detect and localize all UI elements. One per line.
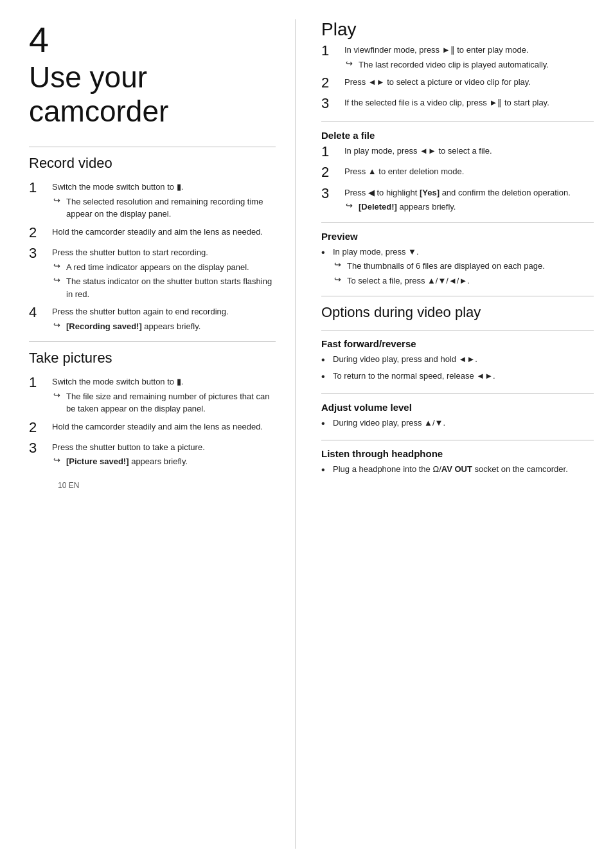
delete-arrow-3-1: ↪ [Deleted!] appears briefly. <box>346 201 594 213</box>
arrow-text-3-2: The status indicator on the shutter butt… <box>66 275 276 300</box>
take-pictures-steps: 1 Switch the mode switch button to ▮. ↪ … <box>29 375 276 468</box>
play-step-2: 2 Press ◄► to select a picture or video … <box>321 76 594 91</box>
bullet-icon: • <box>321 353 330 367</box>
preview-bullets: • In play mode, press ▼. ↪ The thumbnail… <box>321 246 594 287</box>
delete-arrow-text-3-1: [Deleted!] appears briefly. <box>359 201 456 213</box>
play-step-num-2: 2 <box>321 75 339 91</box>
arrow-icon: ↪ <box>346 201 356 210</box>
play-step-content-2: Press ◄► to select a picture or video cl… <box>344 76 594 89</box>
preview-arrow-text-1: The thumbnails of 6 files are displayed … <box>347 260 545 273</box>
delete-step-num-3: 3 <box>321 185 339 202</box>
step-content-2: Hold the camcorder steadily and aim the … <box>52 226 276 239</box>
take-arrow-1-1: ↪ The file size and remaining number of … <box>53 390 276 415</box>
take-pictures-title: Take pictures <box>29 350 276 369</box>
arrow-icon: ↪ <box>53 390 64 400</box>
step-content-3: Press the shutter button to start record… <box>52 246 276 300</box>
hp-bullet-text-1: Plug a headphone into the Ω/AV OUT socke… <box>333 463 568 476</box>
headphone-title: Listen through headphone <box>321 448 594 459</box>
take-step-num-3: 3 <box>29 440 47 457</box>
divider-volume <box>321 393 594 394</box>
arrow-text-4-1: [Recording saved!] appears briefly. <box>66 320 200 333</box>
record-step-1: 1 Switch the mode switch button to ▮. ↪ … <box>29 181 276 221</box>
chapter-title: 4 Use your camcorder <box>29 19 276 129</box>
step-text-4: Press the shutter button again to end re… <box>52 305 276 318</box>
arrow-icon: ↪ <box>53 195 64 205</box>
play-step-content-1: In viewfinder mode, press ►‖ to enter pl… <box>344 44 594 71</box>
take-step-3: 3 Press the shutter button to take a pic… <box>29 441 276 468</box>
arrow-icon: ↪ <box>53 320 64 330</box>
divider-record <box>29 147 276 147</box>
step-content-1: Switch the mode switch button to ▮. ↪ Th… <box>52 181 276 221</box>
chapter-title-line2: camcorder <box>29 95 168 128</box>
take-step-text-1: Switch the mode switch button to ▮. <box>52 375 276 388</box>
delete-step-text-1: In play mode, press ◄► to select a file. <box>344 145 594 158</box>
step-num-2: 2 <box>29 224 47 241</box>
ff-bullet-text-2: To return to the normal speed, release ◄… <box>333 370 495 383</box>
preview-title: Preview <box>321 231 594 242</box>
play-step-3: 3 If the selected file is a video clip, … <box>321 96 594 112</box>
divider-preview <box>321 222 594 223</box>
delete-step-content-2: Press ▲ to enter deletion mode. <box>344 165 594 178</box>
delete-step-1: 1 In play mode, press ◄► to select a fil… <box>321 145 594 160</box>
record-video-title: Record video <box>29 155 276 174</box>
ff-bullet-2: • To return to the normal speed, release… <box>321 370 594 384</box>
step-text-1: Switch the mode switch button to ▮. <box>52 181 276 194</box>
fast-forward-title: Fast forward/reverse <box>321 338 594 349</box>
play-title: Play <box>321 19 594 40</box>
delete-step-text-3: Press ◀ to highlight [Yes] and confirm t… <box>344 186 594 199</box>
arrow-icon: ↪ <box>334 260 344 269</box>
preview-arrow-2: ↪ To select a file, press ▲/▼/◄/►. <box>334 275 545 287</box>
arrow-icon: ↪ <box>53 275 64 285</box>
chapter-number: 4 <box>29 19 49 60</box>
step-arrow-4-1: ↪ [Recording saved!] appears briefly. <box>53 320 276 333</box>
arrow-text-1-1: The selected resolution and remaining re… <box>66 195 276 221</box>
play-arrow-1-1: ↪ The last recorded video clip is played… <box>346 59 594 71</box>
take-step-text-3: Press the shutter button to take a pictu… <box>52 441 276 454</box>
preview-arrow-text-2: To select a file, press ▲/▼/◄/►. <box>347 275 470 287</box>
take-arrow-text-3-1: [Picture saved!] appears briefly. <box>66 455 188 468</box>
chapter-title-line1: Use your <box>29 60 147 94</box>
arrow-icon: ↪ <box>53 455 64 465</box>
arrow-icon: ↪ <box>334 275 344 284</box>
divider-take-pictures <box>29 341 276 342</box>
step-text-2: Hold the camcorder steadily and aim the … <box>52 226 276 239</box>
take-step-content-1: Switch the mode switch button to ▮. ↪ Th… <box>52 375 276 415</box>
delete-steps: 1 In play mode, press ◄► to select a fil… <box>321 145 594 213</box>
hp-bullet-1: • Plug a headphone into the Ω/AV OUT soc… <box>321 463 594 477</box>
delete-step-text-2: Press ▲ to enter deletion mode. <box>344 165 594 178</box>
take-step-content-3: Press the shutter button to take a pictu… <box>52 441 276 468</box>
bullet-icon: • <box>321 417 330 431</box>
play-step-text-1: In viewfinder mode, press ►‖ to enter pl… <box>344 44 594 57</box>
record-step-4: 4 Press the shutter button again to end … <box>29 305 276 332</box>
bullet-icon: • <box>321 370 330 384</box>
left-column: 4 Use your camcorder Record video 1 Swit… <box>0 19 296 849</box>
play-step-num-1: 1 <box>321 42 339 59</box>
volume-bullets: • During video play, press ▲/▼. <box>321 417 594 431</box>
delete-file-title: Delete a file <box>321 130 594 141</box>
step-num-4: 4 <box>29 304 47 321</box>
vol-bullet-1: • During video play, press ▲/▼. <box>321 417 594 431</box>
play-steps: 1 In viewfinder mode, press ►‖ to enter … <box>321 44 594 113</box>
vol-bullet-text-1: During video play, press ▲/▼. <box>333 417 445 429</box>
divider-options <box>321 296 594 296</box>
take-arrow-text-1-1: The file size and remaining number of pi… <box>66 390 276 415</box>
take-step-num-1: 1 <box>29 374 47 391</box>
play-step-num-3: 3 <box>321 95 339 112</box>
delete-step-num-2: 2 <box>321 164 339 181</box>
delete-step-2: 2 Press ▲ to enter deletion mode. <box>321 165 594 181</box>
page-footer: 10 EN <box>29 475 276 490</box>
step-arrow-3-1: ↪ A red time indicator appears on the di… <box>53 261 276 274</box>
play-step-text-2: Press ◄► to select a picture or video cl… <box>344 76 594 89</box>
delete-step-content-1: In play mode, press ◄► to select a file. <box>344 145 594 158</box>
delete-step-3: 3 Press ◀ to highlight [Yes] and confirm… <box>321 186 594 213</box>
ff-bullet-text-1: During video play, press and hold ◄►. <box>333 353 477 366</box>
preview-bullet-content-1: In play mode, press ▼. ↪ The thumbnails … <box>333 246 545 287</box>
step-num-3: 3 <box>29 245 47 262</box>
right-column: Play 1 In viewfinder mode, press ►‖ to e… <box>296 19 613 849</box>
arrow-icon: ↪ <box>346 59 356 68</box>
adjust-volume-title: Adjust volume level <box>321 402 594 413</box>
bullet-icon: • <box>321 246 330 260</box>
bullet-icon: • <box>321 463 330 477</box>
step-text-3: Press the shutter button to start record… <box>52 246 276 259</box>
delete-step-content-3: Press ◀ to highlight [Yes] and confirm t… <box>344 186 594 213</box>
